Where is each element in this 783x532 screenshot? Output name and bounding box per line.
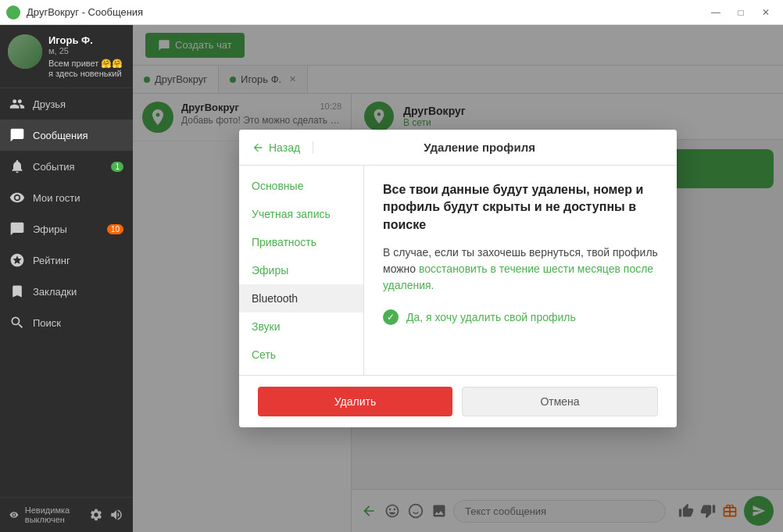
footer-status-label: Невидимка выключен	[25, 505, 89, 524]
sidebar-profile: Игорь Ф. м, 25 Всем привет 🤗🤗 я здесь но…	[0, 25, 133, 88]
search-icon	[9, 315, 25, 330]
delete-button[interactable]: Удалить	[258, 387, 452, 416]
sidebar-item-label-friends: Друзья	[33, 98, 66, 110]
app-container: Игорь Ф. м, 25 Всем привет 🤗🤗 я здесь но…	[0, 25, 783, 532]
streams-badge: 10	[107, 224, 123, 234]
titlebar: ДругВокруг - Сообщения — □ ✕	[0, 0, 783, 25]
avatar	[8, 34, 42, 69]
delete-profile-modal: Назад Удаление профиля Основные Учетная …	[239, 130, 677, 427]
modal-footer: Удалить Отмена	[239, 375, 677, 427]
sidebar-item-events[interactable]: События 1	[0, 151, 133, 182]
modal-back-button[interactable]: Назад	[252, 141, 313, 154]
guests-icon	[9, 190, 25, 205]
modal-warning-text: В случае, если ты захочешь вернуться, тв…	[383, 245, 658, 294]
profile-status: Всем привет 🤗🤗 я здесь новенький	[48, 59, 125, 78]
volume-icon[interactable]	[109, 508, 123, 522]
sidebar-item-label-streams: Эфиры	[33, 223, 67, 235]
sidebar-item-messages[interactable]: Сообщения	[0, 120, 133, 151]
footer-status: Невидимка выключен	[9, 505, 89, 524]
sidebar-item-rating[interactable]: Рейтинг	[0, 245, 133, 276]
profile-sub: м, 25	[48, 46, 125, 55]
streams-icon	[9, 221, 25, 237]
checkbox-icon: ✓	[383, 309, 399, 325]
back-chevron-icon	[252, 141, 264, 154]
checkbox-label: Да, я хочу удалить свой профиль	[406, 311, 576, 323]
modal-main-content: Все твои данные будут удалены, номер и п…	[364, 166, 677, 375]
modal-overlay: Назад Удаление профиля Основные Учетная …	[133, 25, 783, 532]
sidebar-item-bookmarks[interactable]: Закладки	[0, 276, 133, 307]
maximize-button[interactable]: □	[730, 5, 752, 20]
titlebar-left: ДругВокруг - Сообщения	[6, 5, 143, 20]
modal-header: Назад Удаление профиля	[239, 130, 677, 166]
cancel-button[interactable]: Отмена	[462, 387, 658, 416]
main-content: Создать чат ДругВокруг Игорь Ф. ✕	[133, 25, 783, 532]
modal-settings-nav: Основные Учетная запись Приватность Эфир…	[239, 166, 364, 375]
modal-nav-basic[interactable]: Основные	[239, 172, 363, 200]
modal-checkbox-row[interactable]: ✓ Да, я хочу удалить свой профиль	[383, 309, 658, 325]
invisible-icon	[9, 509, 19, 521]
messages-icon	[9, 127, 25, 143]
sidebar: Игорь Ф. м, 25 Всем привет 🤗🤗 я здесь но…	[0, 25, 133, 532]
settings-icon[interactable]	[89, 508, 103, 522]
modal-nav-network[interactable]: Сеть	[239, 341, 363, 369]
sidebar-item-label-bookmarks: Закладки	[33, 286, 77, 298]
sidebar-item-label-search: Поиск	[33, 317, 61, 329]
modal-title: Удаление профиля	[326, 141, 664, 154]
modal-nav-streams[interactable]: Эфиры	[239, 256, 363, 284]
profile-info: Игорь Ф. м, 25 Всем привет 🤗🤗 я здесь но…	[48, 34, 125, 78]
modal-nav-privacy[interactable]: Приватность	[239, 228, 363, 256]
modal-warning-title: Все твои данные будут удалены, номер и п…	[383, 181, 658, 234]
minimize-button[interactable]: —	[705, 5, 727, 20]
events-icon	[9, 159, 25, 174]
titlebar-controls: — □ ✕	[705, 5, 777, 20]
app-icon	[6, 5, 20, 20]
titlebar-title: ДругВокруг - Сообщения	[27, 6, 143, 18]
modal-body: Основные Учетная запись Приватность Эфир…	[239, 166, 677, 375]
sidebar-item-search[interactable]: Поиск	[0, 307, 133, 338]
close-button[interactable]: ✕	[755, 5, 777, 20]
sidebar-item-label-events: События	[33, 161, 75, 173]
events-badge: 1	[111, 162, 123, 172]
footer-icons	[89, 508, 123, 522]
sidebar-item-label-messages: Сообщения	[33, 130, 88, 141]
modal-nav-sounds[interactable]: Звуки	[239, 312, 363, 341]
sidebar-footer: Невидимка выключен	[0, 497, 133, 532]
rating-icon	[9, 252, 25, 268]
modal-warning-link[interactable]: восстановить в течение шести месяцев пос…	[383, 262, 653, 291]
sidebar-item-friends[interactable]: Друзья	[0, 88, 133, 120]
sidebar-nav: Друзья Сообщения События 1 Мои гости	[0, 88, 133, 497]
profile-name: Игорь Ф.	[48, 34, 125, 46]
modal-nav-bluetooth[interactable]: Bluetooth	[239, 284, 363, 312]
sidebar-item-streams[interactable]: Эфиры 10	[0, 213, 133, 245]
modal-nav-account[interactable]: Учетная запись	[239, 200, 363, 228]
sidebar-item-label-rating: Рейтинг	[33, 255, 70, 266]
bookmarks-icon	[9, 284, 25, 299]
sidebar-item-guests[interactable]: Мои гости	[0, 182, 133, 213]
sidebar-item-label-guests: Мои гости	[33, 192, 80, 204]
modal-back-label: Назад	[269, 141, 300, 154]
friends-icon	[9, 96, 25, 112]
